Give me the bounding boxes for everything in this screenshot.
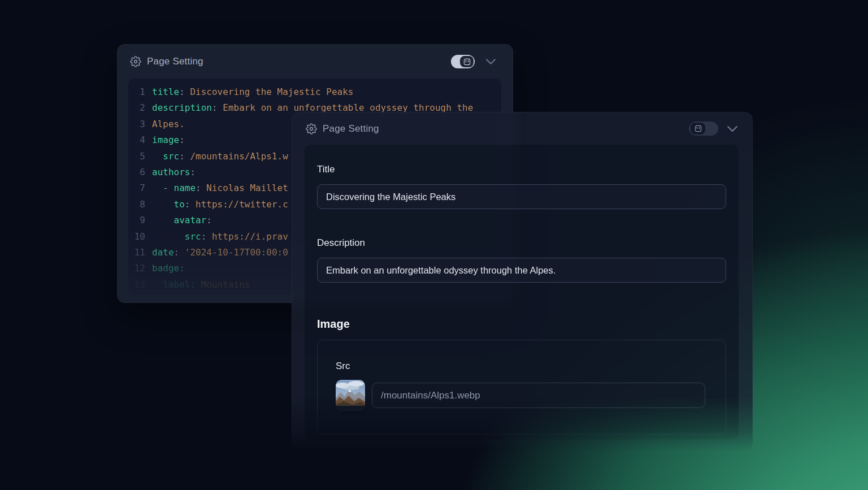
description-field-label: Description <box>317 237 726 249</box>
mountain-photo-thumbnail <box>336 380 365 411</box>
code-view-toggle-icon <box>695 125 702 132</box>
title-input[interactable] <box>317 184 726 209</box>
toggle-knob <box>691 123 705 135</box>
code-view-toggle-icon <box>463 58 471 66</box>
form-panel-header: Page Setting <box>292 112 752 145</box>
page-setting-form-card: Title Description Image Src <box>305 145 739 440</box>
gear-icon <box>130 56 141 67</box>
code-line: 1title: Discovering the Majestic Peaks <box>128 84 501 100</box>
editor-panel-header: Page Setting <box>118 45 513 79</box>
chevron-down-icon[interactable] <box>727 126 737 132</box>
view-mode-toggle[interactable] <box>451 55 475 68</box>
form-panel-title: Page Setting <box>323 123 379 135</box>
chevron-down-icon[interactable] <box>486 59 496 64</box>
src-field-label: Src <box>336 361 705 372</box>
title-field-label: Title <box>317 164 726 175</box>
gear-icon <box>306 123 317 135</box>
image-settings-card: Src <box>317 340 726 435</box>
editor-panel-title: Page Setting <box>147 56 203 67</box>
description-input[interactable] <box>317 258 726 283</box>
image-section-heading: Image <box>317 318 726 331</box>
toggle-knob <box>460 56 474 67</box>
page-setting-form-panel: Page Setting Title Description Image Src <box>292 112 753 451</box>
image-src-input[interactable] <box>372 383 705 408</box>
view-mode-toggle[interactable] <box>689 122 718 136</box>
